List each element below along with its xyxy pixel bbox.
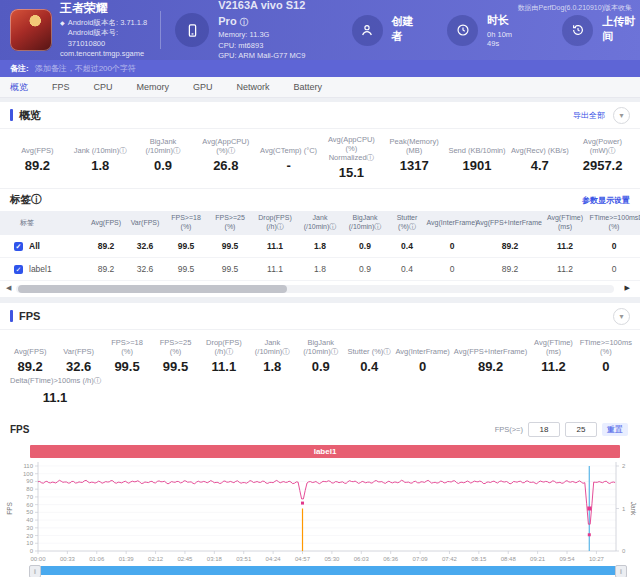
stat-item: Peak(Memory) (MB)1317 bbox=[383, 135, 446, 180]
scroll-right-icon[interactable]: ▶ bbox=[625, 284, 630, 292]
cell-value: 11.1 bbox=[252, 235, 298, 258]
collapse-overview-button[interactable]: ▾ bbox=[613, 107, 630, 124]
scroll-left-icon[interactable]: ◀ bbox=[6, 284, 11, 292]
device-memory: Memory: 11.3G bbox=[218, 30, 325, 41]
stat-item: Avg(AppCPU) (%) Normalizedⓘ15.1 bbox=[320, 135, 383, 180]
axis-tick-label: 07:42 bbox=[442, 556, 458, 562]
table-row[interactable]: ✓All89.232.699.599.511.11.80.90.4089.211… bbox=[0, 235, 640, 258]
cell-value: 0.4 bbox=[388, 258, 426, 281]
stat-label: BigJank (/10min)ⓘ bbox=[297, 336, 345, 356]
app-name: 王者荣耀 bbox=[60, 0, 150, 17]
stat-label: BigJank (/10min)ⓘ bbox=[132, 135, 195, 155]
axis-tick-label: 04:24 bbox=[266, 556, 282, 562]
stat-item: Jank (/10min)ⓘ1.8 bbox=[248, 336, 296, 374]
tab-CPU[interactable]: CPU bbox=[94, 82, 113, 92]
fps-threshold-low-input[interactable] bbox=[528, 422, 560, 437]
row-checkbox[interactable]: ✓ bbox=[14, 265, 23, 274]
stat-value: 1317 bbox=[383, 158, 446, 173]
stat-item: Avg(Recv) (KB/s)4.7 bbox=[508, 135, 571, 180]
axis-tick-label: 10:27 bbox=[589, 556, 605, 562]
stat-item: Avg(InterFrame)0 bbox=[393, 336, 451, 374]
cell-value: 11.1 bbox=[252, 258, 298, 281]
column-header: Var(FPS) bbox=[126, 211, 164, 235]
stat-value: 89.2 bbox=[6, 158, 69, 173]
jank-marker bbox=[587, 507, 591, 511]
stat-label: FPS>=25 (%) bbox=[151, 336, 199, 356]
tab-Network[interactable]: Network bbox=[237, 82, 270, 92]
fps-stats-extra: Delta(FTime)>100ms (/h)ⓘ 11.1 bbox=[0, 376, 140, 407]
axis-tick-label: 04:57 bbox=[295, 556, 311, 562]
fps-section-title: FPS bbox=[19, 310, 40, 322]
tab-GPU[interactable]: GPU bbox=[193, 82, 213, 92]
param-display-settings-link[interactable]: 参数显示设置 bbox=[582, 195, 630, 206]
cell-value: 11.2 bbox=[542, 235, 588, 258]
axis-tick-label: 1 bbox=[622, 506, 626, 512]
column-header: Avg(FPS+InterFrame) bbox=[478, 211, 542, 235]
app-version-code: Android版本号: 371010800 bbox=[68, 28, 151, 49]
stat-value: 99.5 bbox=[103, 359, 151, 374]
stat-value: 1901 bbox=[446, 158, 509, 173]
stat-item: Avg(CTemp) (°C)- bbox=[257, 135, 320, 180]
row-label: label1 bbox=[29, 264, 52, 274]
chart-scroll-right-handle[interactable]: ∥ bbox=[615, 565, 627, 577]
y-axis-title-right: Jank bbox=[630, 502, 637, 516]
scroll-thumb[interactable] bbox=[18, 285, 287, 293]
stat-value: - bbox=[257, 158, 320, 173]
chart-hscrollbar[interactable]: ∥ ∥ bbox=[30, 566, 626, 575]
fps-threshold-high-input[interactable] bbox=[565, 422, 597, 437]
section-marker bbox=[10, 310, 13, 322]
app-version-name: Android版本名: 3.71.1.8 bbox=[68, 18, 148, 29]
cell-value: 99.5 bbox=[208, 235, 252, 258]
game-icon bbox=[10, 9, 52, 51]
stat-value: 4.7 bbox=[508, 158, 571, 173]
tags-table: 标签Avg(FPS)Var(FPS)FPS>=18 (%)FPS>=25 (%)… bbox=[0, 211, 640, 281]
tab-概览[interactable]: 概览 bbox=[10, 81, 28, 94]
app-info: 王者荣耀 ◆Android版本名: 3.71.1.8 ◆Android版本号: … bbox=[60, 0, 150, 60]
tab-Memory[interactable]: Memory bbox=[137, 82, 170, 92]
stat-value: 32.6 bbox=[54, 359, 102, 374]
axis-tick-label: 07:09 bbox=[413, 556, 429, 562]
device-info-icon[interactable]: ⓘ bbox=[240, 18, 248, 27]
stat-item: Drop(FPS) (/h)ⓘ11.1 bbox=[200, 336, 248, 374]
stat-item: Avg(FPS)89.2 bbox=[6, 135, 69, 180]
stat-value: 1.8 bbox=[69, 158, 132, 173]
stat-label: Avg(AppCPU) (%) Normalizedⓘ bbox=[320, 135, 383, 162]
stat-label: Jank (/10min)ⓘ bbox=[69, 135, 132, 155]
tab-Battery[interactable]: Battery bbox=[294, 82, 323, 92]
stat-item: FTime>=100ms (%)0 bbox=[578, 336, 634, 374]
table-row[interactable]: ✓label189.232.699.599.511.11.80.90.4089.… bbox=[0, 258, 640, 281]
column-header: Avg(FTime) (ms) bbox=[542, 211, 588, 235]
remark-bar[interactable]: 备注: 添加备注，不超过200个字符 bbox=[0, 60, 640, 77]
axis-tick-label: 100 bbox=[23, 471, 34, 477]
axis-tick-label: 90 bbox=[26, 478, 33, 484]
row-checkbox[interactable]: ✓ bbox=[14, 242, 23, 251]
axis-tick-label: 2 bbox=[622, 463, 626, 469]
collapse-fps-button[interactable]: ▾ bbox=[613, 308, 630, 325]
fps-card: FPS ▾ Avg(FPS)89.2Var(FPS)32.6FPS>=18 (%… bbox=[0, 303, 640, 577]
overview-stats: Avg(FPS)89.2Jank (/10min)ⓘ1.8BigJank (/1… bbox=[0, 129, 640, 188]
cell-value: 0 bbox=[588, 235, 640, 258]
stat-item: Avg(FPS+InterFrame)89.2 bbox=[452, 336, 529, 374]
y-axis-title-left: FPS bbox=[6, 502, 13, 515]
stat-label: Avg(AppCPU) (%)ⓘ bbox=[194, 135, 257, 155]
export-all-link[interactable]: 导出全部 bbox=[573, 110, 605, 121]
stat-item: Var(FPS)32.6 bbox=[54, 336, 102, 374]
creator-block: 创建者 bbox=[352, 14, 420, 46]
scroll-track[interactable] bbox=[16, 285, 614, 293]
reset-button[interactable]: 重置 bbox=[602, 423, 628, 436]
chart-scroll-left-handle[interactable]: ∥ bbox=[29, 565, 41, 577]
axis-tick-label: 03:51 bbox=[236, 556, 252, 562]
cell-value: 89.2 bbox=[86, 258, 126, 281]
stat-label: Avg(CTemp) (°C) bbox=[257, 135, 320, 155]
tab-FPS[interactable]: FPS bbox=[52, 82, 70, 92]
cell-value: 99.5 bbox=[208, 258, 252, 281]
stat-value: 11.1 bbox=[200, 359, 248, 374]
column-header: FTime>=100ms (%) bbox=[588, 211, 640, 235]
column-header: 标签 bbox=[0, 211, 86, 235]
row-name-cell: ✓All bbox=[0, 235, 86, 258]
column-header: BigJank (/10min)ⓘ bbox=[342, 211, 388, 235]
table-header-row: 标签Avg(FPS)Var(FPS)FPS>=18 (%)FPS>=25 (%)… bbox=[0, 211, 640, 235]
cell-value: 0.9 bbox=[342, 235, 388, 258]
axis-tick-label: 02:45 bbox=[177, 556, 193, 562]
fps-line bbox=[38, 480, 615, 524]
